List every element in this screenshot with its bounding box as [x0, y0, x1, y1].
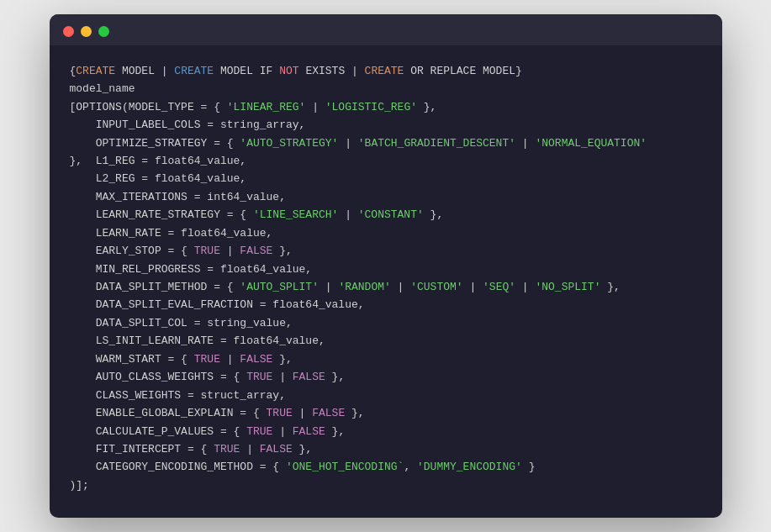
- maximize-button[interactable]: [98, 26, 109, 37]
- titlebar: [50, 14, 722, 45]
- code-window: {CREATE MODEL | CREATE MODEL IF NOT EXIS…: [50, 14, 722, 519]
- minimize-button[interactable]: [81, 26, 92, 37]
- code-editor[interactable]: {CREATE MODEL | CREATE MODEL IF NOT EXIS…: [50, 45, 722, 519]
- close-button[interactable]: [63, 26, 74, 37]
